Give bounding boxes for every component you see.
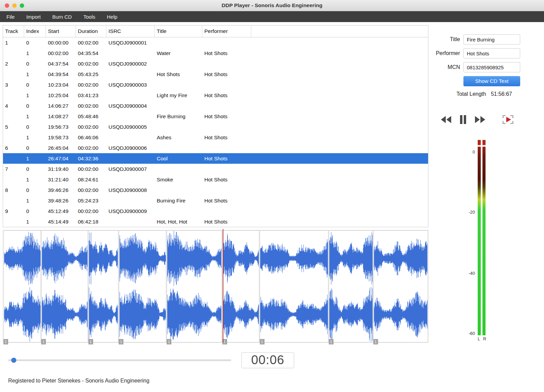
table-row[interactable]: 104:39:5405:43:25Hot ShotsHot Shots — [3, 69, 428, 79]
table-cell: 0 — [24, 58, 46, 69]
table-row[interactable]: 139:48:2605:24:23Burning FireHot Shots — [3, 195, 428, 206]
table-row[interactable]: 5019:56:7300:02:00USQDJ0900005 — [3, 122, 428, 132]
table-row[interactable]: 2004:37:5400:02:00USQDJ0900002 — [3, 58, 428, 69]
table-cell — [155, 101, 202, 111]
table-cell: USQDJ0900009 — [106, 206, 155, 216]
play-marker-button[interactable] — [501, 113, 515, 126]
table-row[interactable]: 131:21:4008:24:61SmokeHot Shots — [3, 174, 428, 185]
table-cell: 00:02:00 — [76, 122, 106, 132]
seek-slider-thumb[interactable] — [11, 358, 16, 363]
column-header-duration[interactable]: Duration — [76, 25, 106, 37]
table-cell: 5 — [3, 122, 24, 132]
table-cell: 00:02:00 — [76, 79, 106, 90]
table-cell — [3, 216, 24, 227]
table-cell: 00:02:00 — [76, 206, 106, 216]
waveform-canvas[interactable] — [3, 230, 428, 342]
track-table: TrackIndexStartDurationISRCTitlePerforme… — [3, 25, 428, 227]
seek-slider[interactable] — [8, 357, 231, 363]
rewind-icon — [440, 115, 452, 124]
column-header-start[interactable]: Start — [46, 25, 76, 37]
table-cell: 3 — [3, 79, 24, 90]
table-cell — [202, 58, 251, 69]
table-row[interactable]: 100:02:0004:35:54WaterHot Shots — [3, 48, 428, 58]
column-header-index[interactable]: Index — [24, 25, 46, 37]
table-cell: 39:48:26 — [46, 195, 76, 206]
table-cell: 0 — [24, 185, 46, 195]
level-meter-left — [478, 140, 481, 335]
table-cell: 1 — [24, 216, 46, 227]
table-row[interactable]: 145:14:4906:42:18Hot, Hot, HotHot Shots — [3, 216, 428, 227]
table-row[interactable]: 1000:00:0000:02:00USQDJ0900001 — [3, 37, 428, 48]
table-cell: 1 — [24, 153, 46, 164]
waveform-panel[interactable]: 111111111 — [3, 230, 428, 343]
minimize-button[interactable] — [12, 3, 17, 8]
pause-button[interactable] — [458, 113, 468, 126]
table-cell: 0 — [24, 122, 46, 132]
close-button[interactable] — [5, 3, 9, 8]
table-cell — [106, 153, 155, 164]
table-cell: 9 — [3, 206, 24, 216]
table-cell: 31:19:40 — [46, 164, 76, 174]
table-cell — [251, 37, 428, 48]
transport-controls — [439, 113, 515, 126]
total-length-label: Total Length — [457, 91, 486, 97]
performer-input[interactable] — [463, 48, 520, 58]
performer-label: Performer — [436, 50, 460, 56]
table-cell: 45:12:49 — [46, 206, 76, 216]
track-start-marker: 1 — [373, 339, 378, 344]
table-row[interactable]: 114:08:2705:48:46Fire BurningHot Shots — [3, 111, 428, 122]
table-cell: Hot Shots — [202, 48, 251, 58]
track-start-marker: 1 — [329, 339, 334, 344]
zoom-button[interactable] — [20, 3, 24, 8]
table-cell — [106, 111, 155, 122]
column-header-isrc[interactable]: ISRC — [106, 25, 155, 37]
mcn-input[interactable] — [463, 62, 520, 72]
table-cell — [106, 48, 155, 58]
menu-bar: FileImportBurn CDToolsHelp — [0, 11, 544, 22]
menu-help[interactable]: Help — [101, 11, 123, 22]
table-row[interactable]: 7031:19:4000:02:00USQDJ0900007 — [3, 164, 428, 174]
table-cell: USQDJ0900001 — [106, 37, 155, 48]
table-row[interactable]: 126:47:0404:32:36CoolHot Shots — [3, 153, 428, 164]
table-cell: 1 — [24, 69, 46, 79]
table-header: TrackIndexStartDurationISRCTitlePerforme… — [3, 25, 428, 37]
table-cell — [106, 174, 155, 185]
column-header-track[interactable]: Track — [3, 25, 24, 37]
table-cell: 14:06:27 — [46, 101, 76, 111]
title-input[interactable] — [463, 34, 520, 44]
menu-burn-cd[interactable]: Burn CD — [47, 11, 78, 22]
fast-forward-icon — [475, 115, 486, 124]
table-cell: 06:42:18 — [76, 216, 106, 227]
table-cell: USQDJ0900002 — [106, 58, 155, 69]
level-meter-right — [482, 140, 486, 335]
table-row[interactable]: 9045:12:4900:02:00USQDJ0900009 — [3, 206, 428, 216]
table-cell — [3, 153, 24, 164]
table-row[interactable]: 110:25:0403:41:23Light my FireHot Shots — [3, 90, 428, 101]
column-header-performer[interactable]: Performer — [202, 25, 251, 37]
column-header-title[interactable]: Title — [155, 25, 202, 37]
table-cell — [251, 111, 428, 122]
column-header-empty — [251, 25, 428, 37]
table-cell — [106, 195, 155, 206]
table-cell: Hot Shots — [202, 174, 251, 185]
app-window: DDP Player - Sonoris Audio Engineering F… — [0, 0, 544, 392]
table-row[interactable]: 4014:06:2700:02:00USQDJ0900004 — [3, 101, 428, 111]
rewind-button[interactable] — [439, 114, 453, 125]
menu-import[interactable]: Import — [20, 11, 47, 22]
table-cell: 0 — [24, 79, 46, 90]
table-cell: 00:02:00 — [46, 48, 76, 58]
table-row[interactable]: 6026:45:0400:02:00USQDJ0900006 — [3, 143, 428, 153]
show-cd-text-button[interactable]: Show CD Text — [463, 76, 520, 86]
menu-file[interactable]: File — [1, 11, 20, 22]
table-cell: 05:24:23 — [76, 195, 106, 206]
seek-slider-track[interactable] — [8, 359, 231, 361]
table-row[interactable]: 3010:23:0400:02:00USQDJ0900003 — [3, 79, 428, 90]
table-cell: 1 — [24, 132, 46, 143]
table-cell — [251, 69, 428, 79]
transport-bottom-row: 00:06 — [3, 352, 428, 369]
fast-forward-button[interactable] — [474, 114, 487, 125]
menu-tools[interactable]: Tools — [78, 11, 101, 22]
table-cell: 1 — [3, 37, 24, 48]
table-row[interactable]: 119:58:7306:46:06AshesHot Shots — [3, 132, 428, 143]
table-row[interactable]: 8039:46:2600:02:00USQDJ0900008 — [3, 185, 428, 195]
